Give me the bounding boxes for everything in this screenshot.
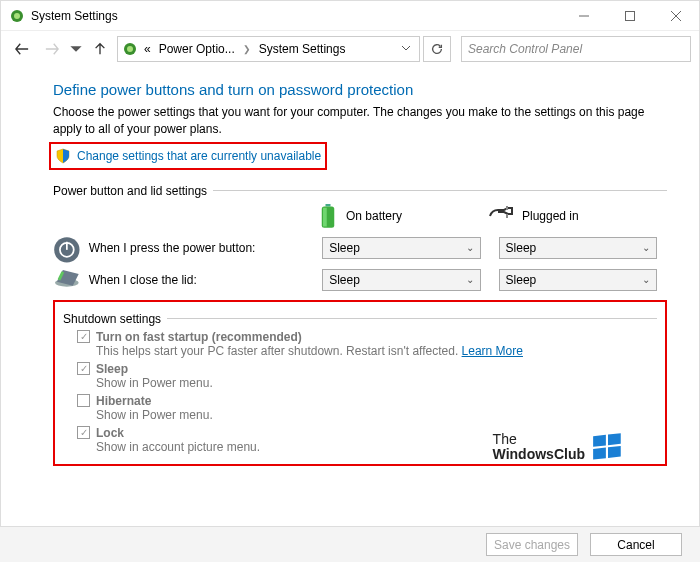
svg-rect-20 [608, 446, 621, 458]
battery-icon [318, 204, 338, 228]
shield-icon [55, 148, 71, 164]
svg-point-7 [127, 46, 133, 52]
search-input[interactable]: Search Control Panel [461, 36, 691, 62]
lid-icon [53, 268, 81, 292]
fast-startup-checkbox[interactable] [77, 330, 90, 343]
lock-label: Lock [96, 426, 124, 440]
chevron-down-icon: ⌄ [466, 242, 474, 253]
power-button-plugged-select[interactable]: Sleep⌄ [499, 237, 657, 259]
search-placeholder: Search Control Panel [468, 42, 582, 56]
svg-rect-8 [326, 204, 331, 207]
change-settings-link[interactable]: Change settings that are currently unava… [77, 149, 321, 163]
plugged-in-label: Plugged in [522, 209, 579, 223]
change-settings-highlight: Change settings that are currently unava… [49, 142, 327, 170]
location-icon [122, 41, 138, 57]
hibernate-desc: Show in Power menu. [96, 408, 657, 422]
window-title: System Settings [31, 9, 118, 23]
svg-rect-17 [593, 435, 606, 447]
windows-logo-icon [591, 430, 625, 464]
svg-rect-18 [608, 433, 621, 445]
chevron-right-icon[interactable]: ❯ [241, 44, 253, 54]
app-icon [9, 8, 25, 24]
chevron-down-icon: ⌄ [642, 274, 650, 285]
lid-battery-select[interactable]: Sleep⌄ [322, 269, 480, 291]
address-dropdown[interactable] [397, 42, 415, 56]
save-changes-button[interactable]: Save changes [486, 533, 578, 556]
group-power-button-label: Power button and lid settings [53, 184, 207, 198]
fast-startup-desc: This helps start your PC faster after sh… [96, 344, 462, 358]
watermark: The WindowsClub [493, 430, 625, 464]
breadcrumb-prefix[interactable]: « [142, 42, 153, 56]
svg-rect-3 [626, 11, 635, 20]
sleep-desc: Show in Power menu. [96, 376, 657, 390]
plug-icon [488, 204, 514, 228]
hibernate-label: Hibernate [96, 394, 151, 408]
page-heading: Define power buttons and turn on passwor… [53, 81, 667, 98]
fast-startup-label: Turn on fast startup (recommended) [96, 330, 302, 344]
lock-checkbox[interactable] [77, 426, 90, 439]
group-shutdown-label: Shutdown settings [63, 312, 161, 326]
learn-more-link[interactable]: Learn More [462, 344, 523, 358]
close-button[interactable] [653, 1, 699, 31]
back-button[interactable] [9, 36, 35, 62]
recent-dropdown[interactable] [69, 36, 83, 62]
cancel-button[interactable]: Cancel [590, 533, 682, 556]
power-button-icon [53, 236, 81, 260]
minimize-button[interactable] [561, 1, 607, 31]
hibernate-checkbox[interactable] [77, 394, 90, 407]
page-description: Choose the power settings that you want … [53, 104, 667, 138]
maximize-button[interactable] [607, 1, 653, 31]
refresh-button[interactable] [423, 36, 451, 62]
lid-row-label: When I close the lid: [89, 273, 315, 287]
breadcrumb-power-options[interactable]: Power Optio... [157, 42, 237, 56]
power-button-row-label: When I press the power button: [89, 241, 315, 255]
lid-plugged-select[interactable]: Sleep⌄ [499, 269, 657, 291]
chevron-down-icon: ⌄ [642, 242, 650, 253]
sleep-label: Sleep [96, 362, 128, 376]
svg-point-1 [14, 13, 20, 19]
svg-rect-11 [506, 206, 508, 210]
svg-rect-12 [506, 214, 508, 218]
svg-rect-10 [323, 207, 327, 226]
power-button-battery-select[interactable]: Sleep⌄ [322, 237, 480, 259]
sleep-checkbox[interactable] [77, 362, 90, 375]
breadcrumb-system-settings[interactable]: System Settings [257, 42, 348, 56]
svg-rect-19 [593, 448, 606, 460]
chevron-down-icon: ⌄ [466, 274, 474, 285]
address-bar[interactable]: « Power Optio... ❯ System Settings [117, 36, 420, 62]
on-battery-label: On battery [346, 209, 402, 223]
up-button[interactable] [87, 36, 113, 62]
forward-button[interactable] [39, 36, 65, 62]
